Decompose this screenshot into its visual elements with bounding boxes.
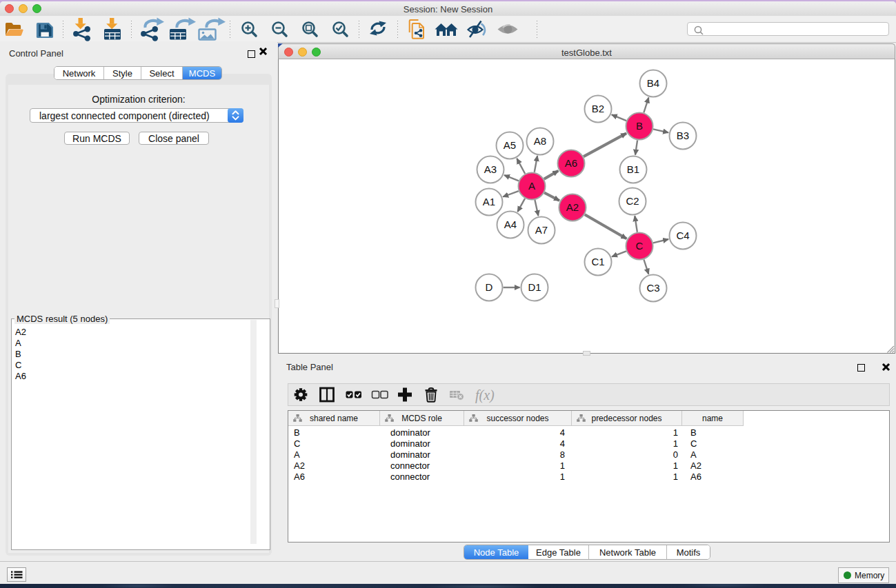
svg-text:C: C <box>636 240 644 252</box>
svg-text:A2: A2 <box>566 201 579 213</box>
svg-text:A7: A7 <box>535 224 548 236</box>
svg-text:B3: B3 <box>677 130 689 141</box>
svg-text:B4: B4 <box>647 77 659 89</box>
svg-text:A4: A4 <box>504 219 517 230</box>
svg-text:A1: A1 <box>483 196 495 207</box>
svg-text:B: B <box>636 120 643 132</box>
svg-text:C1: C1 <box>591 256 604 267</box>
svg-text:A3: A3 <box>484 163 497 175</box>
svg-text:B1: B1 <box>627 163 639 175</box>
svg-text:A: A <box>528 180 535 192</box>
svg-text:A6: A6 <box>565 157 577 169</box>
svg-text:A8: A8 <box>534 135 546 147</box>
svg-text:B2: B2 <box>592 103 604 114</box>
svg-text:C4: C4 <box>676 230 689 241</box>
svg-text:C3: C3 <box>646 282 659 294</box>
svg-text:A5: A5 <box>504 139 516 151</box>
svg-text:C2: C2 <box>626 195 639 207</box>
svg-text:f(x): f(x) <box>475 387 495 403</box>
svg-text:D1: D1 <box>528 281 541 293</box>
svg-text:D: D <box>486 281 493 293</box>
